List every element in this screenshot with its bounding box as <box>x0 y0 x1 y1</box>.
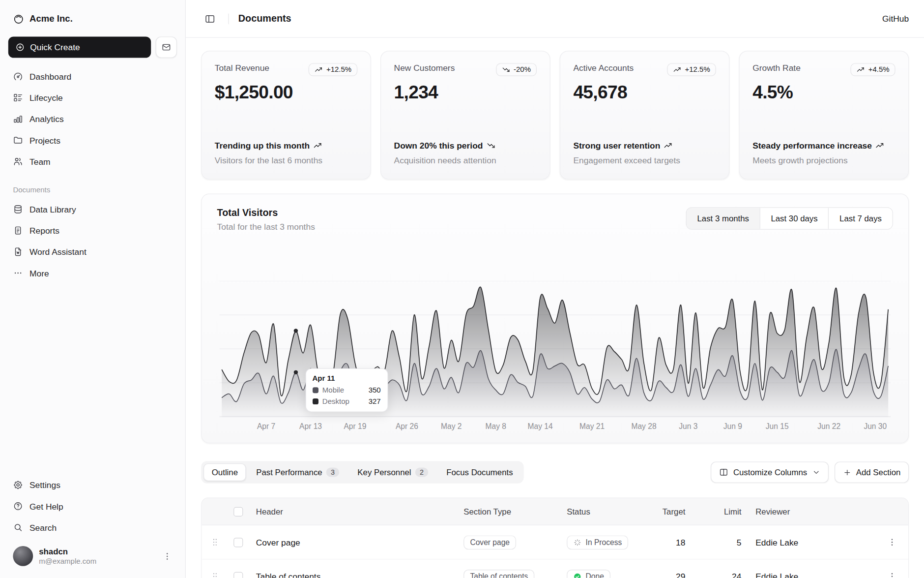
row-header-cell[interactable]: Table of contents <box>249 572 456 578</box>
ellipsis-icon <box>13 268 23 278</box>
table-row[interactable]: Cover page Cover page In Process 18 5 Ed… <box>202 525 908 560</box>
stat-label: New Customers <box>394 63 455 72</box>
tab-focus-documents[interactable]: Focus Documents <box>438 463 521 481</box>
svg-text:Jun 22: Jun 22 <box>817 422 840 430</box>
customize-columns-button[interactable]: Customize Columns <box>711 461 828 483</box>
visitors-chart[interactable]: Apr 7Apr 13Apr 19Apr 26May 2May 8May 14M… <box>219 281 891 433</box>
tooltip-row-mobile: Mobile 350 <box>312 386 380 395</box>
stat-card-total-revenue: Total Revenue +12.5% $1,250.00 Trending … <box>201 51 371 180</box>
stat-footer-desc: Meets growth projections <box>752 155 895 167</box>
search-icon <box>13 522 23 532</box>
stat-value: 4.5% <box>752 82 895 103</box>
trend-badge: +12.5% <box>309 63 357 76</box>
tab-count-badge: 3 <box>326 467 339 477</box>
panel-left-icon <box>204 13 215 24</box>
sidebar-item-reports[interactable]: Reports <box>8 221 177 240</box>
quick-create-button[interactable]: Quick Create <box>8 36 151 58</box>
tab-key-personnel[interactable]: Key Personnel 2 <box>349 463 436 481</box>
inbox-button[interactable] <box>156 36 177 58</box>
range-toggle-group: Last 3 months Last 30 days Last 7 days <box>686 207 893 230</box>
row-actions-kebab-icon[interactable] <box>887 537 896 547</box>
section-type-badge: Table of contents <box>463 569 534 578</box>
svg-text:May 14: May 14 <box>528 422 553 430</box>
range-last-3-months[interactable]: Last 3 months <box>687 208 760 229</box>
stat-card-new-customers: New Customers -20% 1,234 Down 20% this p… <box>380 51 550 180</box>
sidebar-item-label: Reports <box>29 226 59 235</box>
chevron-down-icon <box>812 468 820 477</box>
chart-tooltip: Apr 11 Mobile 350 Desktop 327 <box>305 368 388 412</box>
reviewer-cell[interactable]: Eddie Lake <box>749 538 875 547</box>
svg-text:May 8: May 8 <box>485 422 506 430</box>
sidebar-item-word-assistant[interactable]: Word Assistant <box>8 243 177 261</box>
sidebar-item-dashboard[interactable]: Dashboard <box>8 67 177 86</box>
column-reviewer: Reviewer <box>749 507 875 516</box>
sidebar-item-label: Data Library <box>29 205 76 214</box>
row-actions-kebab-icon[interactable] <box>887 572 896 578</box>
trending-up-icon <box>315 65 323 74</box>
sidebar-item-label: Word Assistant <box>29 247 87 256</box>
stat-footer-title: Down 20% this period <box>394 140 537 152</box>
chart-bar-icon <box>13 114 23 124</box>
report-icon <box>13 225 23 235</box>
row-checkbox[interactable] <box>233 538 243 547</box>
sidebar-item-more[interactable]: More <box>8 264 177 282</box>
reviewer-cell[interactable]: Eddie Lake <box>749 572 875 578</box>
range-last-30-days[interactable]: Last 30 days <box>760 208 829 229</box>
sidebar-item-label: Dashboard <box>29 72 71 81</box>
columns-icon <box>719 467 728 477</box>
limit-cell[interactable]: 24 <box>693 572 749 578</box>
tab-past-performance[interactable]: Past Performance 3 <box>248 463 347 481</box>
user-menu-kebab-icon[interactable] <box>162 551 172 561</box>
table-row[interactable]: Table of contents Table of contents Done… <box>202 560 908 578</box>
drag-handle-icon[interactable] <box>210 537 220 547</box>
stat-value: $1,250.00 <box>215 82 357 103</box>
column-limit: Limit <box>693 507 749 516</box>
sidebar-item-label: Get Help <box>29 501 63 511</box>
target-cell[interactable]: 18 <box>639 538 693 547</box>
stat-card-growth-rate: Growth Rate +4.5% 4.5% Steady performanc… <box>739 51 909 180</box>
trend-badge: +12.5% <box>667 63 716 76</box>
sidebar-item-data-library[interactable]: Data Library <box>8 200 177 218</box>
sidebar-item-team[interactable]: Team <box>8 152 177 171</box>
svg-text:Apr 19: Apr 19 <box>344 422 366 430</box>
limit-cell[interactable]: 5 <box>693 538 749 547</box>
trending-down-icon <box>502 65 510 74</box>
stat-label: Active Accounts <box>573 63 634 72</box>
folder-icon <box>13 135 23 145</box>
user-email: m@example.com <box>39 557 96 566</box>
trending-up-icon <box>664 141 673 150</box>
sidebar-toggle-button[interactable] <box>201 10 219 28</box>
page-title: Documents <box>238 13 291 24</box>
tab-outline[interactable]: Outline <box>203 463 246 481</box>
documents-group-label: Documents <box>8 186 177 194</box>
row-header-cell[interactable]: Cover page <box>249 538 456 547</box>
sidebar-item-analytics[interactable]: Analytics <box>8 110 177 128</box>
range-last-7-days[interactable]: Last 7 days <box>828 208 892 229</box>
status-badge: In Process <box>567 535 628 549</box>
select-all-checkbox[interactable] <box>233 507 243 516</box>
sidebar-item-label: Search <box>29 523 57 532</box>
user-menu[interactable]: shadcn m@example.com <box>8 541 177 571</box>
sidebar-item-get-help[interactable]: Get Help <box>8 497 177 515</box>
add-section-button[interactable]: Add Section <box>834 461 909 483</box>
mail-icon <box>162 42 171 52</box>
app-root: Acme Inc. Quick Create Dashboard Lifecyc… <box>0 0 924 578</box>
sidebar-item-settings[interactable]: Settings <box>8 476 177 494</box>
sidebar-item-projects[interactable]: Projects <box>8 131 177 149</box>
sidebar-item-lifecycle[interactable]: Lifecycle <box>8 89 177 107</box>
plus-circle-icon <box>15 42 25 52</box>
nav-documents: Data Library Reports Word Assistant More <box>8 200 177 282</box>
stat-value: 1,234 <box>394 82 537 103</box>
stat-footer-desc: Visitors for the last 6 months <box>215 155 357 167</box>
stat-card-active-accounts: Active Accounts +12.5% 45,678 Strong use… <box>560 51 730 180</box>
github-link[interactable]: GitHub <box>882 14 909 23</box>
row-checkbox[interactable] <box>233 572 243 578</box>
section-type-badge: Cover page <box>463 535 516 549</box>
sidebar-item-search[interactable]: Search <box>8 518 177 537</box>
trending-up-icon <box>673 65 682 74</box>
brand[interactable]: Acme Inc. <box>8 6 177 32</box>
target-cell[interactable]: 29 <box>639 572 693 578</box>
quick-create-row: Quick Create <box>8 36 177 58</box>
svg-text:Jun 30: Jun 30 <box>864 422 887 430</box>
drag-handle-icon[interactable] <box>210 572 220 578</box>
